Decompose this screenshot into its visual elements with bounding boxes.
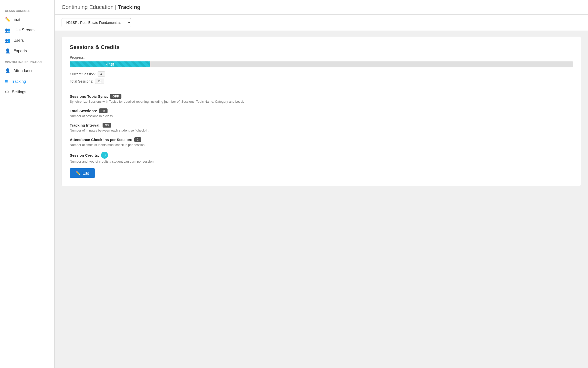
- attendance-checkins-badge: 2: [134, 137, 141, 142]
- divider-1: [70, 89, 573, 89]
- tracking-interval-title-row: Tracking Interval: 90: [70, 123, 573, 128]
- sidebar-item-experts-label: Experts: [13, 49, 27, 53]
- sidebar-item-live-stream-label: Live Stream: [13, 28, 35, 32]
- experts-icon: 👤: [5, 48, 10, 54]
- sidebar-item-settings[interactable]: ⚙ Settings: [0, 87, 54, 97]
- sidebar-item-edit[interactable]: ✏️ Edit: [0, 14, 54, 25]
- card-title: Sessions & Credits: [70, 44, 573, 50]
- dropdown-bar: N21SP : Real Estate Fundamentals: [55, 15, 588, 31]
- content-area: Sessions & Credits Progress: 4 / 25 Curr…: [55, 31, 588, 192]
- sidebar-item-users[interactable]: 👥 Users: [0, 35, 54, 46]
- edit-button-label: Edit: [82, 171, 89, 175]
- total-sessions-value: 25: [95, 79, 104, 84]
- sidebar: CLASS CONSOLE ✏️ Edit 👥 Live Stream 👥 Us…: [0, 0, 55, 368]
- attendance-checkins-label: Attendance Check-ins per Session:: [70, 138, 132, 142]
- sidebar-item-attendance[interactable]: 👤 Attendance: [0, 66, 54, 76]
- sessions-topic-sync-badge: OFF: [110, 94, 121, 99]
- class-select[interactable]: N21SP : Real Estate Fundamentals: [62, 18, 131, 27]
- ce-section-label: CONTINUING EDUCATION: [0, 56, 54, 66]
- sidebar-item-users-label: Users: [13, 38, 24, 43]
- sessions-credits-card: Sessions & Credits Progress: 4 / 25 Curr…: [62, 37, 581, 186]
- class-console-section-label: CLASS CONSOLE: [0, 5, 54, 14]
- total-sessions-row: Total Sessions: 25: [70, 79, 573, 84]
- users-icon: 👥: [5, 38, 10, 43]
- edit-pencil-icon: ✏️: [76, 171, 80, 175]
- session-credits-badge: 3: [101, 152, 108, 159]
- progress-text: 4 / 25: [106, 63, 114, 66]
- total-sessions-field-desc: Number of sessions in a class.: [70, 114, 573, 118]
- attendance-icon: 👤: [5, 68, 10, 74]
- progress-bar-fill: 4 / 25: [70, 61, 150, 67]
- total-sessions-field-badge: 25: [99, 108, 108, 113]
- total-sessions-field-title-row: Total Sessions: 25: [70, 108, 573, 113]
- tracking-icon: [5, 79, 8, 84]
- attendance-checkins-title-row: Attendance Check-ins per Session: 2: [70, 137, 573, 142]
- edit-button[interactable]: ✏️ Edit: [70, 168, 95, 178]
- edit-icon: ✏️: [5, 17, 10, 22]
- tracking-interval-label: Tracking Interval:: [70, 123, 101, 127]
- total-sessions-field-label: Total Sessions:: [70, 109, 97, 113]
- sessions-topic-sync-row: Sessions Topic Sync: OFF Synchronize Ses…: [70, 94, 573, 103]
- header-prefix: Continuing Education |: [62, 4, 118, 10]
- sessions-topic-sync-label: Sessions Topic Sync:: [70, 94, 108, 98]
- current-session-row: Current Session: 4: [70, 71, 573, 77]
- current-session-label: Current Session:: [70, 72, 96, 76]
- settings-icon: ⚙: [5, 89, 9, 95]
- session-credits-title-row: Session Credits: 3: [70, 152, 573, 159]
- progress-bar-container: 4 / 25: [70, 61, 573, 67]
- sidebar-item-live-stream[interactable]: 👥 Live Stream: [0, 25, 54, 35]
- tracking-interval-desc: Number of minutes between each student s…: [70, 129, 573, 132]
- sidebar-item-tracking[interactable]: Tracking: [0, 76, 54, 87]
- live-stream-icon: 👥: [5, 27, 10, 33]
- sidebar-item-experts[interactable]: 👤 Experts: [0, 46, 54, 56]
- sessions-topic-sync-desc: Synchronize Sessions with Topics for det…: [70, 100, 573, 103]
- attendance-checkins-desc: Number of times students must check in p…: [70, 143, 573, 147]
- tracking-interval-row: Tracking Interval: 90 Number of minutes …: [70, 123, 573, 132]
- sidebar-item-edit-label: Edit: [13, 17, 20, 22]
- progress-label: Progress:: [70, 55, 573, 59]
- session-credits-row: Session Credits: 3 Number and type of cr…: [70, 152, 573, 163]
- tracking-interval-badge: 90: [103, 123, 111, 128]
- page-header: Continuing Education | Tracking: [55, 0, 588, 15]
- session-credits-label: Session Credits:: [70, 153, 99, 157]
- session-credits-desc: Number and type of credits a student can…: [70, 160, 573, 163]
- page-title: Tracking: [118, 4, 140, 10]
- attendance-checkins-row: Attendance Check-ins per Session: 2 Numb…: [70, 137, 573, 147]
- sessions-topic-sync-title-row: Sessions Topic Sync: OFF: [70, 94, 573, 99]
- main-content: Continuing Education | Tracking N21SP : …: [55, 0, 588, 368]
- total-sessions-field-row: Total Sessions: 25 Number of sessions in…: [70, 108, 573, 118]
- total-sessions-label: Total Sessions:: [70, 79, 93, 83]
- sidebar-item-attendance-label: Attendance: [13, 69, 34, 73]
- current-session-value: 4: [98, 71, 105, 77]
- sidebar-item-tracking-label: Tracking: [11, 79, 26, 84]
- sidebar-item-settings-label: Settings: [12, 90, 26, 94]
